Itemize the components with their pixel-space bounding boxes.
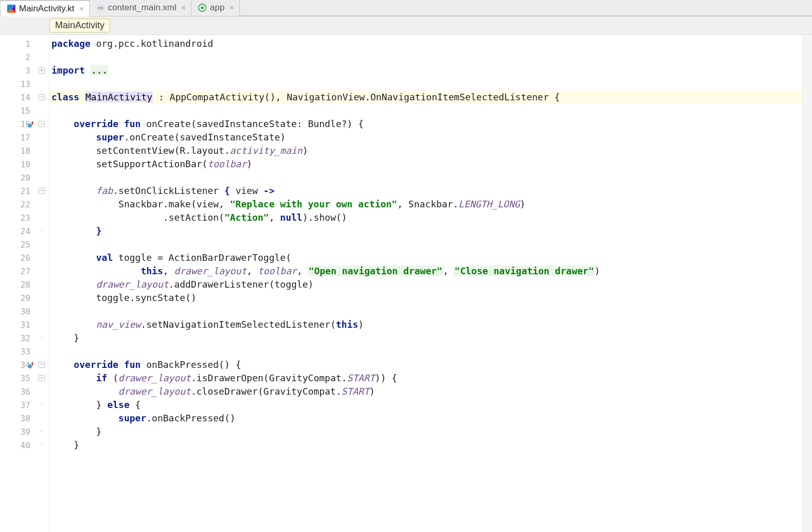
code-token: onCreate(savedInstanceState: Bundle?) { (140, 118, 363, 129)
code-line[interactable] (49, 50, 803, 64)
fold-collapse-icon[interactable]: − (39, 362, 45, 368)
gutter-row[interactable]: 37⌐ (0, 398, 49, 412)
code-token: .setOnClickListener (113, 185, 224, 196)
code-line[interactable]: } else { (49, 398, 803, 412)
code-line[interactable]: override fun onCreate(savedInstanceState… (49, 117, 803, 131)
gutter-row[interactable]: 14− (0, 91, 49, 104)
close-icon[interactable]: × (182, 4, 186, 12)
gutter-row[interactable]: 2 (0, 50, 49, 64)
error-stripe[interactable] (803, 35, 812, 532)
code-line[interactable]: super.onBackPressed() (49, 412, 803, 425)
gutter-row[interactable]: 13 (0, 77, 49, 91)
code-token: )) { (375, 373, 397, 383)
fold-expand-icon[interactable]: + (39, 67, 45, 74)
gutter-row[interactable]: 28 (0, 278, 49, 291)
svg-point-9 (28, 364, 32, 368)
gutter-row[interactable]: 39⌐ (0, 425, 49, 438)
editor-tab[interactable]: app× (191, 0, 240, 16)
line-number: 28 (21, 280, 30, 290)
fold-collapse-icon[interactable]: − (39, 375, 45, 381)
gutter-row[interactable]: 32⌐ (0, 331, 49, 345)
code-token: setSupportActionBar( (51, 158, 207, 169)
fold-collapse-icon[interactable]: − (39, 94, 45, 100)
code-surface[interactable]: package org.pcc.kotlinandroidimport ...c… (49, 35, 803, 532)
line-number: 18 (21, 146, 30, 156)
code-line[interactable]: .setAction("Action", null).show() (49, 211, 803, 224)
gutter-row[interactable]: 17 (0, 131, 49, 144)
gutter-row[interactable]: 26 (0, 251, 49, 264)
editor-area[interactable]: 123+1314−1516−1718192021−222324⌐25262728… (0, 35, 812, 532)
gutter-row[interactable]: 18 (0, 144, 49, 157)
close-icon[interactable]: × (79, 5, 83, 13)
gutter-row[interactable]: 36 (0, 385, 49, 398)
code-line[interactable]: drawer_layout.closeDrawer(GravityCompat.… (49, 385, 803, 398)
gutter-row[interactable]: 29 (0, 291, 49, 305)
code-line[interactable]: this, drawer_layout, toolbar, "Open navi… (49, 264, 803, 278)
code-line[interactable]: super.onCreate(savedInstanceState) (49, 131, 803, 144)
breadcrumb-strip: MainActivity (0, 16, 812, 35)
breadcrumb[interactable]: MainActivity (49, 19, 110, 32)
code-line[interactable]: Snackbar.make(view, "Replace with your o… (49, 198, 803, 211)
code-line[interactable]: fab.setOnClickListener { view -> (49, 184, 803, 198)
code-line[interactable] (49, 171, 803, 184)
code-token (51, 359, 74, 370)
code-line[interactable]: } (49, 425, 803, 438)
gutter-row[interactable]: 23 (0, 211, 49, 224)
code-line[interactable] (49, 305, 803, 318)
code-line[interactable] (49, 77, 803, 91)
code-token (51, 265, 140, 276)
code-token: , (246, 265, 258, 276)
code-token: drawer_layout (174, 265, 246, 276)
fold-collapse-icon[interactable]: − (39, 188, 45, 194)
gutter-row[interactable]: 33 (0, 345, 49, 358)
code-token: , (269, 212, 280, 223)
code-line[interactable]: } (49, 438, 803, 452)
editor-tab[interactable]: MainActivity.kt× (0, 0, 90, 16)
gutter-row[interactable]: 30 (0, 305, 49, 318)
code-line[interactable]: setSupportActionBar(toolbar) (49, 157, 803, 171)
gutter-row[interactable]: 35− (0, 371, 49, 385)
line-number: 20 (21, 173, 30, 183)
code-token: : AppCompatActivity(), NavigationView.On… (153, 92, 560, 102)
gutter-row[interactable]: 34− (0, 358, 49, 371)
override-gutter-icon[interactable] (27, 119, 37, 129)
gutter-row[interactable]: 25 (0, 238, 49, 251)
gutter-row[interactable]: 27 (0, 264, 49, 278)
gutter-row[interactable]: 40⌐ (0, 438, 49, 452)
code-line[interactable]: nav_view.setNavigationItemSelectedListen… (49, 318, 803, 331)
fold-collapse-icon[interactable]: − (39, 121, 45, 127)
editor-tab[interactable]: <>content_main.xml× (90, 0, 191, 16)
code-line[interactable]: package org.pcc.kotlinandroid (49, 37, 803, 50)
gutter-row[interactable]: 22 (0, 198, 49, 211)
gutter-row[interactable]: 38 (0, 412, 49, 425)
injected-string: "Open navigation drawer" (308, 265, 443, 276)
override-gutter-icon[interactable] (27, 360, 37, 369)
gutter-row[interactable]: 21− (0, 184, 49, 198)
line-number: 40 (21, 440, 30, 450)
gutter-row[interactable]: 3+ (0, 64, 49, 77)
code-line[interactable] (49, 104, 803, 117)
gutter-row[interactable]: 16− (0, 117, 49, 131)
code-line[interactable]: import ... (49, 64, 803, 77)
code-line[interactable]: setContentView(R.layout.activity_main) (49, 144, 803, 157)
code-line[interactable]: class MainActivity : AppCompatActivity()… (49, 91, 803, 104)
gutter-row[interactable]: 20 (0, 171, 49, 184)
code-line[interactable]: } (49, 331, 803, 345)
code-line[interactable]: toggle.syncState() (49, 291, 803, 305)
code-line[interactable]: val toggle = ActionBarDrawerToggle( (49, 251, 803, 264)
close-icon[interactable]: × (230, 4, 234, 12)
gutter-row[interactable]: 15 (0, 104, 49, 117)
code-line[interactable]: if (drawer_layout.isDrawerOpen(GravityCo… (49, 371, 803, 385)
code-token: toggle.syncState() (51, 292, 197, 303)
code-token: } (51, 439, 79, 450)
line-number: 1 (25, 39, 30, 49)
gutter-row[interactable]: 31 (0, 318, 49, 331)
code-line[interactable]: } (49, 224, 803, 238)
code-line[interactable]: drawer_layout.addDrawerListener(toggle) (49, 278, 803, 291)
code-line[interactable] (49, 238, 803, 251)
gutter-row[interactable]: 19 (0, 157, 49, 171)
gutter-row[interactable]: 24⌐ (0, 224, 49, 238)
gutter-row[interactable]: 1 (0, 37, 49, 50)
code-line[interactable]: override fun onBackPressed() { (49, 358, 803, 371)
code-line[interactable] (49, 345, 803, 358)
